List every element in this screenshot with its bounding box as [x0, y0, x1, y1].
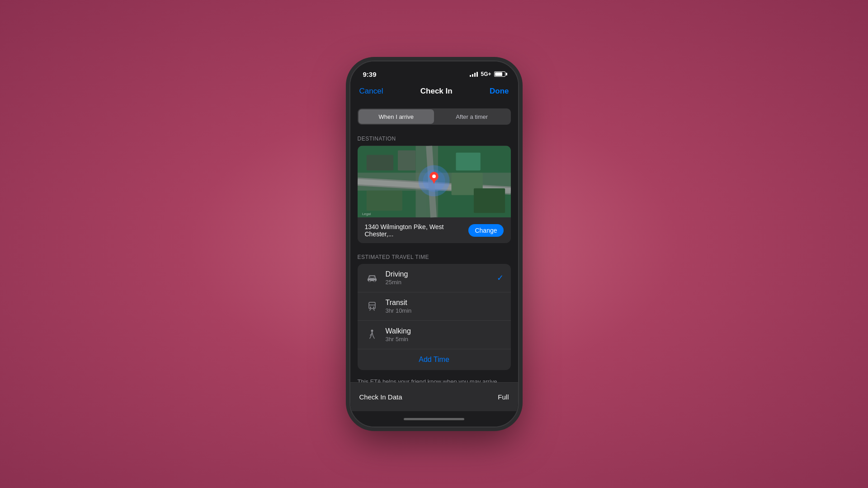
svg-rect-25	[369, 302, 375, 309]
map-container[interactable]: Clothes Shoppes A Legal 1340 Wilmington …	[358, 145, 511, 243]
transit-duration: 3hr 10min	[386, 307, 504, 314]
battery-icon	[494, 71, 505, 77]
battery-fill	[495, 72, 503, 76]
done-button[interactable]: Done	[490, 87, 509, 96]
driving-selected-icon: ✓	[497, 273, 504, 283]
transit-option[interactable]: Transit 3hr 10min	[358, 292, 511, 321]
svg-rect-7	[397, 150, 415, 170]
info-text: This ETA helps your friend know when you…	[358, 377, 511, 382]
destination-address: 1340 Wilmington Pike, West Chester,...	[365, 223, 469, 238]
svg-point-31	[371, 330, 373, 332]
content-area: When I arrive After a timer DESTINATION	[350, 101, 518, 382]
phone-frame: 9:39 5G+ Cancel Check In Done	[349, 61, 519, 427]
transit-icon	[365, 299, 379, 314]
network-type: 5G+	[481, 71, 491, 77]
signal-bars-icon	[470, 72, 478, 77]
svg-rect-11	[473, 188, 505, 213]
svg-point-22	[368, 280, 370, 282]
svg-point-23	[373, 280, 375, 282]
page-title: Check In	[420, 87, 453, 96]
check-in-data-value: Full	[498, 393, 509, 401]
home-indicator	[350, 411, 518, 427]
destination-section: DESTINATION	[358, 136, 511, 243]
bottom-bar: Check In Data Full	[350, 382, 518, 411]
driving-info: Driving 25min	[386, 270, 497, 286]
status-icons: 5G+	[470, 71, 505, 77]
svg-point-28	[373, 307, 374, 308]
svg-point-16	[432, 174, 436, 178]
travel-options-list: Driving 25min ✓	[358, 264, 511, 370]
change-destination-button[interactable]: Change	[468, 224, 503, 237]
status-bar: 9:39 5G+	[350, 61, 518, 81]
address-bar: 1340 Wilmington Pike, West Chester,... C…	[358, 218, 511, 243]
svg-rect-8	[456, 153, 480, 171]
when-i-arrive-tab[interactable]: When I arrive	[359, 109, 434, 124]
screen: 9:39 5G+ Cancel Check In Done	[350, 61, 518, 427]
driving-duration: 25min	[386, 279, 497, 286]
add-time-button[interactable]: Add Time	[419, 356, 449, 364]
walking-mode-label: Walking	[386, 327, 504, 335]
svg-rect-24	[370, 276, 374, 278]
walking-duration: 3hr 5min	[386, 336, 504, 343]
nav-bar: Cancel Check In Done	[350, 81, 518, 101]
walking-option[interactable]: Walking 3hr 5min	[358, 321, 511, 349]
driving-mode-label: Driving	[386, 270, 497, 278]
estimated-travel-time-section: ESTIMATED TRAVEL TIME	[358, 254, 511, 370]
check-in-data-label: Check In Data	[359, 393, 402, 401]
mode-segmented-control[interactable]: When I arrive After a timer	[358, 108, 511, 125]
transit-info: Transit 3hr 10min	[386, 299, 504, 314]
svg-rect-6	[366, 155, 393, 171]
add-time-row[interactable]: Add Time	[358, 349, 511, 370]
home-bar	[404, 418, 464, 420]
transit-mode-label: Transit	[386, 299, 504, 307]
map-view[interactable]: Clothes Shoppes A Legal	[358, 145, 511, 218]
car-icon	[365, 271, 379, 285]
walking-icon	[365, 328, 379, 342]
svg-text:Legal: Legal	[362, 212, 371, 216]
status-time: 9:39	[363, 70, 377, 78]
cancel-button[interactable]: Cancel	[359, 87, 383, 96]
svg-point-27	[370, 307, 371, 308]
after-timer-tab[interactable]: After a timer	[434, 109, 510, 124]
travel-time-label: ESTIMATED TRAVEL TIME	[358, 254, 511, 260]
svg-rect-10	[366, 191, 402, 211]
driving-option[interactable]: Driving 25min ✓	[358, 264, 511, 292]
destination-label: DESTINATION	[358, 136, 511, 142]
walking-info: Walking 3hr 5min	[386, 327, 504, 343]
